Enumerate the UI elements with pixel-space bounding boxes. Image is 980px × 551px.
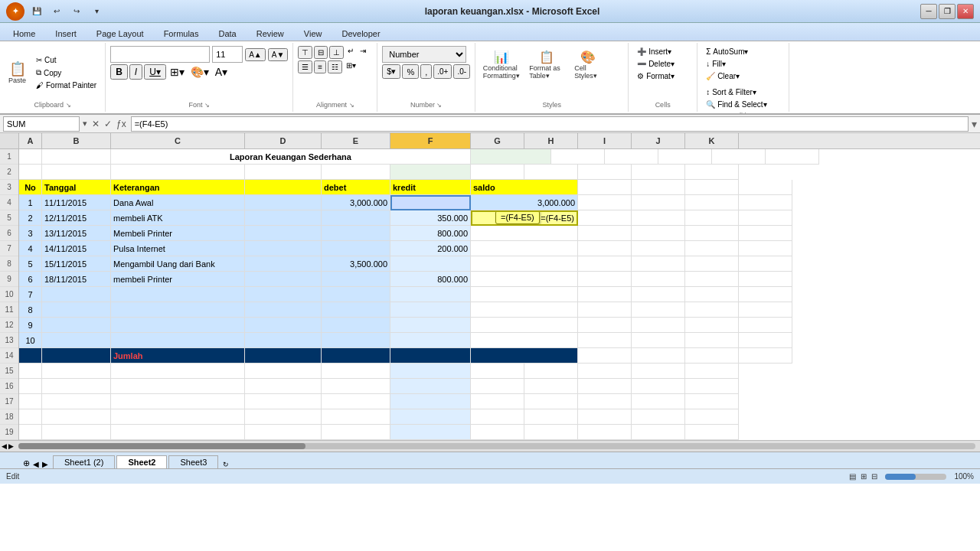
- cell-f16[interactable]: [390, 379, 471, 394]
- cell-c19[interactable]: [111, 425, 245, 440]
- cell-b16[interactable]: [42, 379, 111, 394]
- cell-b3[interactable]: Tanggal: [42, 180, 111, 195]
- row-num-15[interactable]: 15: [0, 364, 18, 379]
- cell-j4[interactable]: [685, 195, 739, 210]
- cell-e3[interactable]: debet: [322, 180, 390, 195]
- cell-g10[interactable]: [471, 287, 578, 302]
- cell-j18[interactable]: [632, 409, 685, 425]
- cell-a17[interactable]: [19, 394, 42, 409]
- cell-k17[interactable]: [685, 394, 739, 409]
- row-num-14[interactable]: 14: [0, 348, 18, 364]
- tab-insert[interactable]: Insert: [45, 26, 87, 41]
- row-num-8[interactable]: 8: [0, 256, 18, 272]
- percent-btn[interactable]: %: [402, 64, 419, 79]
- cell-b4[interactable]: 11/11/2015: [42, 195, 111, 210]
- cell-a12[interactable]: 9: [19, 318, 42, 333]
- cell-d17[interactable]: [245, 394, 322, 409]
- sheet-tab-2[interactable]: Sheet2: [116, 455, 167, 468]
- cell-c4[interactable]: Dana Awal: [111, 195, 245, 210]
- cell-k4[interactable]: [739, 195, 792, 210]
- cell-d7[interactable]: [245, 241, 322, 256]
- row-num-13[interactable]: 13: [0, 333, 18, 348]
- cell-b1[interactable]: [42, 149, 111, 165]
- cell-f4-active[interactable]: [390, 195, 471, 210]
- cell-j16[interactable]: [632, 379, 685, 394]
- cell-e11[interactable]: [322, 302, 390, 318]
- cell-c16[interactable]: [111, 379, 245, 394]
- align-center-btn[interactable]: ≡: [314, 60, 326, 73]
- cell-k9[interactable]: [739, 272, 792, 287]
- cell-k11[interactable]: [739, 302, 792, 318]
- number-format-select[interactable]: Number General Currency Accounting Date …: [382, 46, 466, 63]
- cell-c12[interactable]: [111, 318, 245, 333]
- align-right-btn[interactable]: ☷: [328, 60, 342, 73]
- fill-color-btn[interactable]: 🎨▾: [188, 65, 211, 79]
- row-num-9[interactable]: 9: [0, 272, 18, 287]
- merge-btn[interactable]: ⊞▾: [344, 60, 358, 73]
- cell-d10[interactable]: [245, 287, 322, 302]
- cell-e12[interactable]: [322, 318, 390, 333]
- cell-b5[interactable]: 12/11/2015: [42, 210, 111, 226]
- cell-d5[interactable]: [245, 210, 322, 226]
- paste-btn[interactable]: 📋 Paste: [5, 59, 30, 86]
- cell-i8[interactable]: [632, 256, 685, 272]
- bold-btn[interactable]: B: [110, 64, 128, 80]
- cell-h13[interactable]: [578, 333, 632, 348]
- align-top-btn[interactable]: ⊤: [298, 46, 312, 59]
- cell-f7[interactable]: 200.000: [390, 241, 471, 256]
- cell-k15[interactable]: [685, 364, 739, 379]
- italic-btn[interactable]: I: [129, 64, 142, 80]
- cell-d3[interactable]: [245, 180, 322, 195]
- cell-j17[interactable]: [632, 394, 685, 409]
- cell-a14[interactable]: [19, 348, 42, 364]
- cell-b14[interactable]: [42, 348, 111, 364]
- cell-e18[interactable]: [322, 409, 390, 425]
- horizontal-scrollbar[interactable]: ◀ ▶: [0, 440, 980, 452]
- cell-a11[interactable]: 8: [19, 302, 42, 318]
- cell-c2[interactable]: [111, 165, 245, 180]
- cell-g19[interactable]: [471, 425, 524, 440]
- cell-c3[interactable]: Keterangan: [111, 180, 245, 195]
- cell-i6[interactable]: [632, 226, 685, 241]
- cell-g18[interactable]: [471, 409, 524, 425]
- cell-h14[interactable]: [578, 348, 632, 364]
- cell-k16[interactable]: [685, 379, 739, 394]
- cell-a3[interactable]: No: [19, 180, 42, 195]
- cell-d16[interactable]: [245, 379, 322, 394]
- cell-h4[interactable]: [578, 195, 632, 210]
- cell-a5[interactable]: 2: [19, 210, 42, 226]
- cell-k14[interactable]: [739, 348, 792, 364]
- cell-g4[interactable]: 3,000.000: [471, 195, 578, 210]
- cell-j9[interactable]: [685, 272, 739, 287]
- cell-f11[interactable]: [390, 302, 471, 318]
- cell-h1[interactable]: [605, 149, 658, 165]
- autosum-btn[interactable]: Σ AutoSum▾: [702, 46, 770, 57]
- formula-input[interactable]: [131, 116, 969, 132]
- tab-view[interactable]: View: [294, 26, 332, 41]
- cell-a2[interactable]: [19, 165, 42, 180]
- cell-i13[interactable]: [632, 333, 685, 348]
- row-num-4[interactable]: 4: [0, 195, 18, 210]
- col-header-c[interactable]: C: [111, 133, 245, 148]
- cell-d15[interactable]: [245, 364, 322, 379]
- find-select-btn[interactable]: 🔍 Find & Select▾: [702, 99, 770, 110]
- cell-e19[interactable]: [322, 425, 390, 440]
- cell-b8[interactable]: 15/11/2015: [42, 256, 111, 272]
- cell-f6[interactable]: 800.000: [390, 226, 471, 241]
- cell-g1[interactable]: [551, 149, 605, 165]
- cell-f14[interactable]: [390, 348, 471, 364]
- insert-function-icon[interactable]: ƒx: [115, 119, 128, 129]
- zoom-slider[interactable]: [885, 474, 946, 480]
- row-num-17[interactable]: 17: [0, 394, 18, 409]
- borders-btn[interactable]: ⊞▾: [168, 65, 187, 79]
- cell-i1[interactable]: [658, 149, 712, 165]
- cell-c18[interactable]: [111, 409, 245, 425]
- cell-a16[interactable]: [19, 379, 42, 394]
- font-grow-btn[interactable]: A▲: [245, 48, 266, 61]
- cell-b12[interactable]: [42, 318, 111, 333]
- redo-btn[interactable]: ↪: [69, 5, 84, 18]
- cell-k8[interactable]: [739, 256, 792, 272]
- cell-h5[interactable]: [578, 210, 632, 226]
- cell-c6[interactable]: Membeli Printer: [111, 226, 245, 241]
- cell-h9[interactable]: [578, 272, 632, 287]
